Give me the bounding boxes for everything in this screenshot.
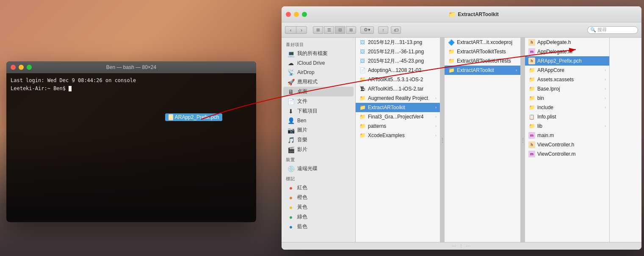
sidebar-item-remote-disc[interactable]: 💿 遠端光碟 [283,164,354,173]
applications-icon: 🚀 [287,79,294,85]
finder-list-view-button[interactable]: ☰ [324,26,334,34]
file-item-extract-toolkit[interactable]: 📁 ExtractARToolkit › [356,103,440,112]
include-icon: 📁 [528,104,535,111]
sidebar-item-documents[interactable]: 📄 文件 [283,96,354,106]
xcodeproj-icon: 🔷 [448,39,455,46]
sidebar-tag-orange[interactable]: ● 橙色 [283,193,354,202]
sidebar-downloads-label: 下載項目 [297,107,318,115]
file-item-assets[interactable]: 📁 Assets.xcassets › [525,75,609,84]
file-item-main-m[interactable]: m main.m [525,131,609,140]
annotation-label-box: h ARApp2_Prefix.pch [165,113,222,121]
file-item-artoolkit-folder[interactable]: 📁 ARToolKit5...5.3.1-iOS-2 [356,75,440,84]
terminal-close-button[interactable] [11,65,16,70]
documents-icon: 📄 [287,98,294,105]
terminal-title: Ben — bash — 80×24 [106,64,156,70]
finder-minimize-button[interactable] [294,12,299,17]
sidebar-tag-green[interactable]: ● 綠色 [283,212,354,222]
file-item-tests[interactable]: 📁 ExtractARToolkitTests [445,47,520,56]
sidebar-item-movies[interactable]: 🎬 影片 [283,145,354,154]
file-name-xcode-examples: XcodeExamples [368,132,433,138]
file-item-extract-col2[interactable]: 📁 ExtractARToolkit › [445,66,520,75]
finder-cover-view-button[interactable]: ⊞ [346,26,356,34]
finder-back-button[interactable]: ‹ [285,26,296,34]
file-item-xcodeproj[interactable]: 🔷 ExtractART...it.xcodeproj [445,38,520,47]
file-name-extract-col2: ExtractARToolkit [457,67,514,73]
terminal-maximize-button[interactable] [27,65,32,70]
file-name-main-m: main.m [537,132,606,138]
arappcore-icon: 📁 [528,67,535,74]
file-item-include[interactable]: 📁 include › [525,103,609,112]
finder-maximize-button[interactable] [302,12,307,17]
file-name-artoolkit-folder: ARToolKit5...5.3.1-iOS-2 [368,77,437,83]
file-item-artoolkit-tar[interactable]: 🗜 ARToolKit5....1-iOS-2.tar [356,84,440,94]
file-name-info-plist: Info.plist [537,114,606,120]
sidebar-item-all-files[interactable]: 💻 我的所有檔案 [283,49,354,58]
file-item-png1[interactable]: 🖼 2015年12月...31-13.png [356,38,440,47]
sidebar-tag-blue-label: 藍色 [297,223,307,230]
file-item-viewcontroller-h[interactable]: h ViewController.h [525,140,609,149]
file-item-final3[interactable]: 📁 Final3_Gra...ProjectVer4 › [356,112,440,121]
file-name-viewcontroller-h: ViewController.h [537,142,606,148]
file-name-adopting: AdoptingA...1208 21-02 [368,67,437,73]
sidebar-item-pictures[interactable]: 📷 圖片 [283,125,354,135]
file-item-info-plist[interactable]: 📋 Info.plist [525,112,609,121]
search-placeholder: 搜尋 [597,27,607,33]
finder-close-button[interactable] [286,12,291,17]
sidebar-item-airdrop[interactable]: 📡 AirDrop [283,68,354,77]
final3-chevron: › [435,115,437,119]
finder-column-view-button[interactable]: ⊟ [335,26,345,34]
sidebar-tag-blue[interactable]: ● 藍色 [283,222,354,231]
sidebar-airdrop-label: AirDrop [297,69,315,75]
finder-action-buttons: ↑ 🏷 [378,26,401,34]
file-item-bin[interactable]: 📁 bin › [525,94,609,103]
file-item-patterns[interactable]: 📁 patterns › [356,121,440,131]
file-item-arapp2-prefix[interactable]: h ARApp2_Prefix.pch [525,56,609,66]
extract-toolkit-icon: 📁 [359,104,366,111]
uitests-folder-icon: 📁 [448,58,455,64]
extract-toolkit-chevron: › [435,105,437,110]
finder-icon-view-button[interactable]: ⊞ [313,26,323,34]
file-item-xcode-examples[interactable]: 📁 XcodeExamples › [356,131,440,140]
finder-share-button[interactable]: ↑ [378,26,388,34]
finder-gear-button[interactable]: ⚙▾ [360,26,374,34]
finder-title-area: 📁 ExtractARToolkit [310,11,637,18]
annotation-filename: ARApp2_Prefix.pch [175,114,219,120]
appdelegate-h-icon: h [528,39,535,46]
all-files-icon: 💻 [287,50,294,57]
finder-view-buttons: ⊞ ☰ ⊟ ⊞ [313,26,356,34]
finder-tag-button[interactable]: 🏷 [391,26,401,34]
file-item-png3[interactable]: 🖼 2015年12月...-45-23.png [356,56,440,66]
finder-forward-button[interactable]: › [296,26,307,34]
sidebar-item-downloads[interactable]: ⬇ 下載項目 [283,106,354,116]
sidebar-tag-yellow[interactable]: ● 黃色 [283,202,354,212]
file-item-appdelegate-m[interactable]: m AppDelegate.m [525,47,609,56]
file-name-png1: 2015年12月...31-13.png [368,39,437,46]
col-resize-2-3[interactable] [521,38,525,242]
file-item-viewcontroller-m[interactable]: m ViewController.m [525,149,609,159]
arapp2-prefix-icon: h [528,58,535,64]
sidebar-remote-disc-label: 遠端光碟 [297,165,318,172]
file-item-lib[interactable]: 📁 lib › [525,121,609,131]
sidebar-item-music[interactable]: 🎵 音樂 [283,135,354,145]
file-name-appdelegate-m: AppDelegate.m [537,49,606,55]
icloud-icon: ☁ [287,60,294,66]
file-item-adopting[interactable]: 📄 AdoptingA...1208 21-02 [356,66,440,75]
file-item-ar-project[interactable]: 📁 Augmented Reality Project › [356,94,440,103]
file-item-png2[interactable]: 🖼 2015年12月...-36-11.png [356,47,440,56]
file-item-uitests[interactable]: 📁 ExtractARToolkitUITests [445,56,520,66]
finder-search-box[interactable]: 🔍 搜尋 [587,26,638,34]
file-item-arappcore[interactable]: 📁 ARAppCore › [525,66,609,75]
main-m-icon: m [528,132,535,139]
terminal-minimize-button[interactable] [19,65,24,70]
sidebar-tag-red[interactable]: ● 紅色 [283,183,354,193]
sidebar-item-applications[interactable]: 🚀 應用程式 [283,77,354,87]
sidebar-item-icloud[interactable]: ☁ iCloud Drive [283,58,354,68]
sidebar-icloud-label: iCloud Drive [297,60,325,66]
file-name-appdelegate-h: AppDelegate.h [537,39,606,45]
col-resize-1-2[interactable] [440,38,445,242]
sidebar-item-ben[interactable]: 👤 Ben [283,116,354,125]
file-name-lib: lib [537,123,603,129]
sidebar-item-desktop[interactable]: 🖥 桌面 [283,87,354,96]
file-item-base[interactable]: 📁 Base.lproj › [525,84,609,94]
file-item-appdelegate-h[interactable]: h AppDelegate.h [525,38,609,47]
